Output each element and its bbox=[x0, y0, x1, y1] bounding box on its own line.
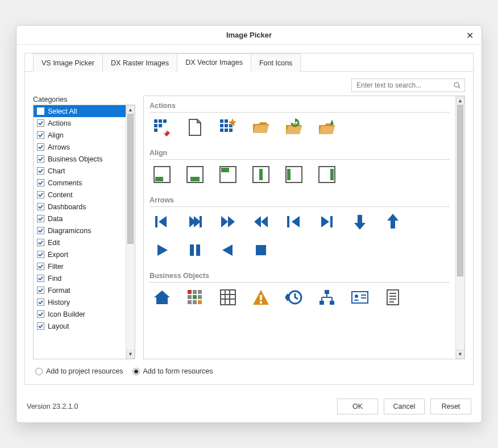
gallery-scrollbar[interactable]: ▲ ▼ bbox=[455, 96, 464, 359]
home-icon[interactable] bbox=[152, 287, 172, 308]
arrow-up-icon[interactable] bbox=[383, 211, 403, 232]
align-center-vertical-icon[interactable] bbox=[251, 164, 271, 185]
history-clock-icon[interactable] bbox=[284, 287, 304, 308]
tab-vs-image-picker[interactable]: VS Image Picker bbox=[33, 53, 103, 72]
main-row: Categories Select AllActionsAlignArrowsB… bbox=[33, 96, 465, 359]
category-item[interactable]: Diagramicons bbox=[34, 225, 126, 237]
svg-marker-35 bbox=[159, 216, 167, 227]
svg-marker-44 bbox=[292, 216, 300, 227]
search-box[interactable] bbox=[351, 78, 465, 92]
radio-form-resources[interactable]: Add to form resources bbox=[132, 367, 213, 375]
radio-icon bbox=[132, 368, 140, 375]
next-icon[interactable] bbox=[317, 211, 337, 232]
category-item[interactable]: Dashboards bbox=[34, 201, 126, 213]
tab-dx-vector-images[interactable]: DX Vector Images bbox=[177, 53, 251, 72]
contact-card-icon[interactable] bbox=[350, 287, 370, 308]
category-label: Icon Builder bbox=[48, 310, 85, 318]
categories-label: Categories bbox=[33, 96, 135, 103]
scroll-up-icon[interactable]: ▲ bbox=[126, 105, 135, 114]
scroll-down-icon[interactable]: ▼ bbox=[456, 350, 464, 359]
stop-icon[interactable] bbox=[251, 240, 271, 260]
group-header: Business Objects bbox=[150, 268, 450, 283]
align-right-vertical-icon[interactable] bbox=[317, 164, 337, 185]
category-item[interactable]: Select All bbox=[34, 105, 126, 117]
category-label: Chart bbox=[48, 167, 65, 175]
category-item[interactable]: Layout bbox=[34, 320, 126, 332]
group-header: Arrows bbox=[150, 193, 450, 207]
category-item[interactable]: Align bbox=[34, 129, 126, 141]
svg-rect-87 bbox=[387, 290, 399, 305]
calendar-grid-icon[interactable] bbox=[218, 287, 238, 308]
category-item[interactable]: Chart bbox=[34, 165, 126, 177]
arrow-down-icon[interactable] bbox=[350, 211, 370, 232]
align-bottom-left-icon[interactable] bbox=[152, 164, 172, 185]
tab-content: Categories Select AllActionsAlignArrowsB… bbox=[25, 72, 473, 384]
category-item[interactable]: Content bbox=[34, 189, 126, 201]
previous-icon[interactable] bbox=[284, 211, 304, 232]
align-bottom-center-icon[interactable] bbox=[185, 164, 205, 185]
rewind-icon[interactable] bbox=[251, 211, 271, 232]
fast-forward-icon[interactable] bbox=[218, 211, 238, 232]
search-input[interactable] bbox=[355, 81, 453, 90]
folder-refresh-icon[interactable] bbox=[284, 117, 304, 138]
svg-rect-38 bbox=[200, 216, 202, 227]
reset-button[interactable]: Reset bbox=[430, 399, 471, 414]
svg-marker-41 bbox=[261, 216, 268, 227]
folder-open-icon[interactable] bbox=[251, 117, 271, 138]
color-grid-icon[interactable] bbox=[185, 287, 205, 308]
scroll-up-icon[interactable]: ▲ bbox=[456, 96, 464, 105]
tab-font-icons[interactable]: Font Icons bbox=[251, 53, 301, 72]
categories-scrollbar[interactable]: ▲ ▼ bbox=[126, 105, 135, 359]
scroll-track[interactable] bbox=[456, 105, 464, 350]
category-item[interactable]: Find bbox=[34, 272, 126, 284]
category-item[interactable]: Export bbox=[34, 248, 126, 260]
svg-rect-43 bbox=[287, 216, 289, 227]
play-back-icon[interactable] bbox=[218, 240, 238, 260]
ok-button[interactable]: OK bbox=[337, 399, 378, 414]
play-icon[interactable] bbox=[152, 240, 172, 260]
svg-rect-66 bbox=[221, 290, 235, 305]
pause-icon[interactable] bbox=[185, 240, 205, 260]
category-label: Data bbox=[48, 215, 63, 223]
svg-rect-61 bbox=[193, 295, 197, 299]
category-item[interactable]: Format bbox=[34, 284, 126, 296]
category-item[interactable]: Data bbox=[34, 213, 126, 225]
svg-rect-58 bbox=[193, 290, 197, 294]
org-chart-icon[interactable] bbox=[317, 287, 337, 308]
svg-line-1 bbox=[458, 86, 460, 88]
new-document-icon[interactable] bbox=[185, 117, 205, 138]
document-lines-icon[interactable] bbox=[383, 287, 403, 308]
align-left-vertical-icon[interactable] bbox=[284, 164, 304, 185]
category-item[interactable]: Filter bbox=[34, 260, 126, 272]
category-item[interactable]: History bbox=[34, 296, 126, 308]
icon-row bbox=[150, 164, 450, 185]
category-item[interactable]: Business Objects bbox=[34, 153, 126, 165]
folder-up-icon[interactable] bbox=[317, 117, 337, 138]
category-item[interactable]: Arrows bbox=[34, 141, 126, 153]
scroll-down-icon[interactable]: ▼ bbox=[126, 350, 135, 359]
svg-rect-5 bbox=[154, 124, 157, 127]
checkbox-icon bbox=[37, 191, 44, 198]
warning-icon[interactable] bbox=[251, 287, 271, 308]
category-item[interactable]: Edit bbox=[34, 237, 126, 248]
cancel-button[interactable]: Cancel bbox=[384, 399, 425, 414]
skip-last-icon[interactable] bbox=[185, 211, 205, 232]
scroll-thumb[interactable] bbox=[457, 105, 463, 276]
svg-marker-39 bbox=[221, 216, 228, 227]
close-button[interactable]: ✕ bbox=[463, 29, 476, 42]
grid-remove-icon[interactable] bbox=[152, 117, 172, 138]
radio-project-resources[interactable]: Add to project resources bbox=[35, 367, 123, 375]
radio-label: Add to form resources bbox=[143, 367, 213, 375]
tab-dx-raster-images[interactable]: DX Raster Images bbox=[102, 53, 177, 72]
category-item[interactable]: Comments bbox=[34, 177, 126, 189]
align-top-left-icon[interactable] bbox=[218, 164, 238, 185]
category-item[interactable]: Actions bbox=[34, 117, 126, 129]
svg-rect-72 bbox=[260, 295, 262, 300]
svg-rect-21 bbox=[331, 123, 333, 125]
grid-new-icon[interactable] bbox=[218, 117, 238, 138]
scroll-track[interactable] bbox=[126, 114, 135, 350]
skip-first-icon[interactable] bbox=[152, 211, 172, 232]
svg-rect-23 bbox=[155, 177, 163, 181]
category-item[interactable]: Icon Builder bbox=[34, 308, 126, 320]
scroll-thumb[interactable] bbox=[127, 114, 134, 244]
